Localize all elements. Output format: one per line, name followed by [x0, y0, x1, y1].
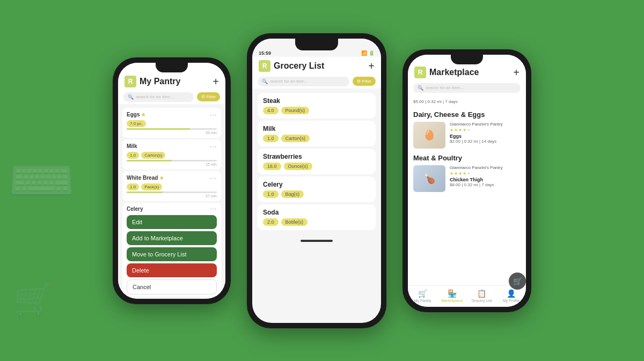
logo: R	[414, 67, 426, 78]
unit-badge: Pack(s)	[141, 183, 162, 190]
search-bar: 🔍 search for an item... ⚙ Filter	[252, 75, 381, 89]
filter-button[interactable]: ⚙ Filter	[197, 92, 220, 101]
search-placeholder: search for an item...	[136, 94, 174, 99]
bottom-navigation: 🛒 My Pantry 🏪 Marketplace 📋 Grocery List…	[408, 285, 526, 307]
search-input[interactable]: 🔍 search for an item...	[258, 77, 349, 86]
add-button[interactable]: +	[368, 60, 375, 72]
list-item[interactable]: Soda 2.0 Bottle(s)	[258, 204, 376, 230]
product-card[interactable]: 🥚 Gianmarco Panzini's Pantry ★★★★★ Eggs …	[413, 122, 521, 149]
grocery-header: R Grocery List +	[252, 57, 381, 75]
status-icons: 📶 🔋	[361, 50, 375, 56]
quantity-badge: 4.0	[263, 107, 279, 114]
search-icon: 🔍	[128, 94, 134, 100]
logo: R	[125, 76, 136, 87]
product-price: $8.00 | 0.32 mi | 7 days	[450, 182, 521, 187]
time-label: 25 min	[127, 163, 217, 166]
item-options[interactable]: ···	[210, 174, 217, 182]
add-button[interactable]: +	[213, 76, 219, 88]
quantity-badge: 16.0	[263, 163, 281, 170]
item-name: White Bread ★	[127, 175, 164, 181]
phone-marketplace: R Marketplace + 🔍 search for an item... …	[402, 49, 531, 312]
search-icon: 🔍	[262, 79, 268, 84]
unit-badge: Bag(s)	[281, 190, 304, 198]
grocery-nav-icon: 📋	[477, 289, 486, 298]
search-icon: 🔍	[418, 85, 423, 91]
move-to-grocery-button[interactable]: Move to Grocery List	[127, 247, 217, 261]
search-placeholder: search for an item...	[270, 79, 308, 84]
list-item[interactable]: Milk 1.0 Carton(s)	[258, 121, 376, 146]
list-item[interactable]: White Bread ★ ··· 1.0 Pack(s) 37 min	[122, 171, 221, 201]
filter-button[interactable]: ⚙ Filter	[353, 77, 376, 86]
page-title: My Pantry	[140, 77, 180, 86]
unit-badge: Bottle(s)	[281, 218, 308, 226]
nav-grocery-list[interactable]: 📋 Grocery List	[467, 289, 496, 303]
marketplace-nav-icon: 🏪	[448, 289, 457, 298]
phone-notch	[295, 39, 338, 50]
item-name: Soda	[263, 209, 370, 216]
top-listing-text: $5.00 | 0.32 mi | 7 days	[413, 98, 521, 106]
context-item-name: Celery	[127, 205, 143, 213]
item-name: Steak	[263, 97, 370, 105]
product-price: $2.00 | 0.32 mi | 14 days	[450, 139, 521, 144]
cart-fab-button[interactable]: 🛒	[509, 272, 526, 290]
list-item[interactable]: Strawberries 16.0 Ounce(s)	[258, 149, 376, 174]
seller-name: Gianmarco Panzini's Pantry	[450, 122, 521, 127]
search-input[interactable]: 🔍 search for an item...	[413, 83, 521, 93]
product-info: Gianmarco Panzini's Pantry ★★★★★ Chicken…	[450, 165, 521, 192]
quantity-badge: 2.0	[263, 218, 279, 226]
search-bar: 🔍 search for an item...	[408, 81, 526, 96]
unit-badge: Ounce(s)	[284, 163, 312, 170]
pantry-nav-label: My Pantry	[414, 299, 431, 303]
nav-my-pantry[interactable]: 🛒 My Pantry	[408, 289, 437, 303]
nav-my-profile[interactable]: 👤 My Profile	[496, 289, 526, 303]
nav-marketplace[interactable]: 🏪 Marketplace	[437, 289, 467, 303]
cancel-button[interactable]: Cancel	[127, 279, 217, 294]
item-name: Milk	[127, 143, 137, 149]
seller-name: Gianmarco Panzini's Pantry	[450, 165, 521, 170]
grocery-nav-label: Grocery List	[472, 299, 492, 303]
quantity-badge: 1.0	[127, 183, 139, 190]
item-options[interactable]: ···	[210, 205, 217, 212]
quantity-badge: 1.0	[263, 135, 279, 142]
delete-button[interactable]: Delete	[127, 263, 217, 277]
product-name: Chicken Thigh	[450, 177, 521, 182]
item-name: Eggs ★	[127, 112, 145, 117]
search-placeholder: search for an item...	[426, 85, 464, 90]
quantity-badge: 1.0	[127, 152, 139, 159]
add-to-marketplace-button[interactable]: Add to Marketplace	[127, 231, 217, 245]
page-title: Marketplace	[429, 68, 479, 77]
time-label: 37 min	[127, 194, 217, 198]
category-label: Dairy, Cheese & Eggs	[413, 110, 521, 119]
list-item[interactable]: Eggs ★ ··· 7.0 pc. 38 min	[122, 108, 221, 138]
search-bar: 🔍 search for an item... ⚙ Filter	[118, 90, 225, 104]
marketplace-nav-label: Marketplace	[441, 299, 463, 303]
page-title: Grocery List	[274, 61, 324, 71]
product-card[interactable]: 🍗 Gianmarco Panzini's Pantry ★★★★★ Chick…	[413, 165, 521, 192]
list-item[interactable]: Steak 4.0 Pound(s)	[258, 93, 376, 119]
marketplace-content: $5.00 | 0.32 mi | 7 days Dairy, Cheese &…	[408, 96, 526, 285]
add-button[interactable]: +	[513, 67, 519, 79]
profile-nav-label: My Profile	[503, 299, 519, 303]
product-image: 🍗	[413, 165, 445, 192]
star-rating: ★★★★★	[450, 171, 521, 176]
search-input[interactable]: 🔍 search for an item...	[123, 92, 194, 102]
edit-button[interactable]: Edit	[127, 215, 217, 229]
quantity-badge: 1.0	[263, 190, 279, 198]
star-rating: ★★★★★	[450, 128, 521, 132]
item-options[interactable]: ···	[210, 111, 217, 119]
logo: R	[259, 60, 270, 72]
phone-notch	[451, 55, 483, 64]
phone-grocery-list: 15:59 📶 🔋 R Grocery List + 🔍 search for …	[247, 33, 386, 328]
product-image: 🥚	[413, 122, 445, 149]
list-item[interactable]: Milk ··· 1.0 Carton(s) 25 min	[122, 139, 221, 170]
pantry-items-list: Eggs ★ ··· 7.0 pc. 38 min Milk ··· 1.0 C…	[118, 104, 225, 299]
item-name: Strawberries	[263, 153, 370, 160]
context-menu: Celery ··· Edit Add to Marketplace Move …	[122, 203, 221, 297]
item-options[interactable]: ···	[210, 143, 217, 150]
product-info: Gianmarco Panzini's Pantry ★★★★★ Eggs $2…	[450, 122, 521, 149]
unit-badge: Pound(s)	[281, 107, 310, 114]
list-item[interactable]: Celery 1.0 Bag(s)	[258, 176, 376, 202]
time-label: 38 min	[127, 131, 217, 135]
grocery-items-list: Steak 4.0 Pound(s) Milk 1.0 Carton(s) St…	[252, 89, 381, 234]
item-name: Milk	[263, 125, 370, 132]
